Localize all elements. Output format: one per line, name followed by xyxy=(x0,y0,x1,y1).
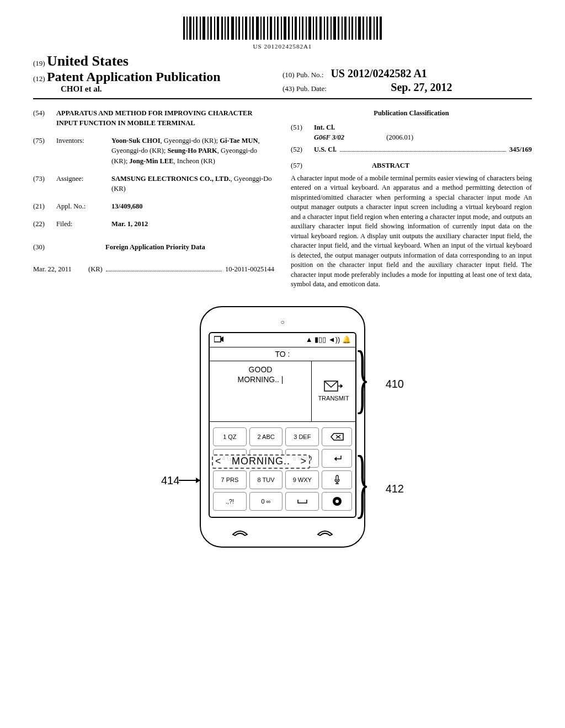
svg-rect-6 xyxy=(202,17,205,40)
svg-rect-38 xyxy=(316,17,317,40)
svg-marker-62 xyxy=(331,433,343,440)
svg-rect-53 xyxy=(369,17,371,40)
key-9: 9 WXY xyxy=(285,470,319,489)
abstract: A character input mode of a mobile termi… xyxy=(291,174,532,290)
svg-rect-37 xyxy=(313,17,314,40)
key-2: 2 ABC xyxy=(249,427,283,446)
svg-rect-52 xyxy=(366,17,367,40)
svg-rect-66 xyxy=(336,475,338,480)
svg-rect-25 xyxy=(270,17,272,40)
svg-rect-56 xyxy=(380,17,382,40)
svg-rect-28 xyxy=(281,17,282,40)
svg-rect-41 xyxy=(327,17,328,40)
overlay-left-chevron: < xyxy=(215,456,222,467)
filed-label: Filed: xyxy=(56,219,111,229)
svg-rect-20 xyxy=(252,17,254,40)
overlay-text: MORNING.. xyxy=(232,456,290,467)
barcode-section: US 20120242582A1 xyxy=(33,17,532,50)
figure: } 410 } 412 414 ○ ▲ ▮▯▯ ◄)) 🔔 TO : GOOD … xyxy=(33,306,532,548)
svg-rect-46 xyxy=(344,17,347,40)
svg-rect-49 xyxy=(355,17,356,40)
biblio-columns: (54) APPARATUS AND METHOD FOR IMPROVING … xyxy=(33,108,532,290)
key-enter xyxy=(322,449,352,468)
svg-rect-45 xyxy=(342,17,343,40)
assignee-num: (73) xyxy=(33,174,56,194)
callout-412: 412 xyxy=(386,483,404,495)
appl-num-label: Appl. No.: xyxy=(56,201,111,211)
leader-414 xyxy=(179,480,200,481)
inventors-num: (75) xyxy=(33,136,56,165)
key-0: 0 ∞ xyxy=(249,492,283,511)
svg-rect-40 xyxy=(324,17,325,40)
svg-rect-24 xyxy=(267,17,268,40)
svg-rect-57 xyxy=(214,336,221,342)
svg-rect-0 xyxy=(183,17,185,40)
backspace-icon xyxy=(331,433,344,441)
appl-num-num: (21) xyxy=(33,201,56,211)
svg-rect-7 xyxy=(207,17,209,40)
foreign-num: (30) xyxy=(33,243,45,251)
status-bar: ▲ ▮▯▯ ◄)) 🔔 xyxy=(210,333,355,347)
end-call-icon xyxy=(316,528,334,537)
msg-line-2: MORNING.. | xyxy=(238,375,284,384)
svg-rect-30 xyxy=(288,17,290,40)
svg-marker-61 xyxy=(340,384,343,388)
svg-rect-10 xyxy=(217,17,219,40)
authors-line: CHOI et al. xyxy=(61,84,282,94)
right-column: Publication Classification (51) Int. Cl.… xyxy=(291,108,532,290)
svg-rect-14 xyxy=(231,17,234,40)
enter-icon xyxy=(332,454,342,462)
svg-rect-34 xyxy=(302,17,303,40)
svg-rect-21 xyxy=(256,17,259,40)
pub-date-label: Pub. Date: xyxy=(296,84,327,93)
us-cl-num: (52) xyxy=(291,144,314,154)
svg-rect-29 xyxy=(284,17,286,40)
message-area: GOOD MORNING.. | TRANSMIT xyxy=(210,361,355,422)
auxiliary-input-overlay: < MORNING.. > xyxy=(212,454,310,469)
dots xyxy=(340,151,506,152)
svg-rect-13 xyxy=(227,17,229,40)
keypad: 1 QZ 2 ABC 3 DEF 4 GHI 5 JKL 6 MNO xyxy=(210,422,355,517)
svg-rect-2 xyxy=(189,17,191,40)
us-cl-val: 345/169 xyxy=(509,144,532,154)
transmit-label: TRANSMIT xyxy=(318,395,349,402)
svg-rect-3 xyxy=(193,17,194,40)
key-1: 1 QZ xyxy=(213,427,247,446)
svg-rect-11 xyxy=(221,17,223,40)
svg-rect-54 xyxy=(374,17,375,40)
svg-rect-33 xyxy=(299,17,300,40)
barcode-text: US 20120242582A1 xyxy=(33,43,532,50)
assignee: SAMSUNG ELECTRONICS CO., LTD., Gyeonggi-… xyxy=(111,174,274,194)
callout-414: 414 xyxy=(161,474,179,487)
callout-410: 410 xyxy=(386,378,404,390)
pub-class-title: Publication Classification xyxy=(291,108,532,118)
message-text: GOOD MORNING.. | xyxy=(210,361,311,421)
foreign-title: Foreign Application Priority Data xyxy=(46,242,264,252)
call-icon xyxy=(231,528,249,537)
svg-rect-39 xyxy=(319,17,322,40)
int-cl-num: (51) xyxy=(291,122,314,142)
gear-icon xyxy=(332,496,343,507)
svg-rect-23 xyxy=(263,17,265,40)
svg-rect-44 xyxy=(338,17,339,40)
svg-rect-31 xyxy=(292,17,293,40)
foreign-country: (KR) xyxy=(88,264,103,274)
svg-rect-4 xyxy=(196,17,198,40)
key-backspace xyxy=(322,427,352,446)
key-space xyxy=(285,492,319,511)
dots xyxy=(106,271,222,271)
foreign-date: Mar. 22, 2011 xyxy=(33,264,88,274)
svg-rect-47 xyxy=(349,17,350,40)
country-num: (19) xyxy=(33,59,45,67)
key-mic xyxy=(322,470,352,489)
invention-title: APPARATUS AND METHOD FOR IMPROVING CHARA… xyxy=(56,108,274,128)
overlay-right-chevron: > xyxy=(300,456,307,467)
phone-buttons xyxy=(209,518,356,537)
svg-rect-36 xyxy=(308,17,311,40)
doc-type-num: (12) xyxy=(33,74,45,83)
svg-rect-8 xyxy=(210,17,212,40)
svg-rect-27 xyxy=(277,17,279,40)
to-field: TO : xyxy=(210,347,355,361)
key-7: 7 PRS xyxy=(213,470,247,489)
svg-rect-16 xyxy=(238,17,240,40)
